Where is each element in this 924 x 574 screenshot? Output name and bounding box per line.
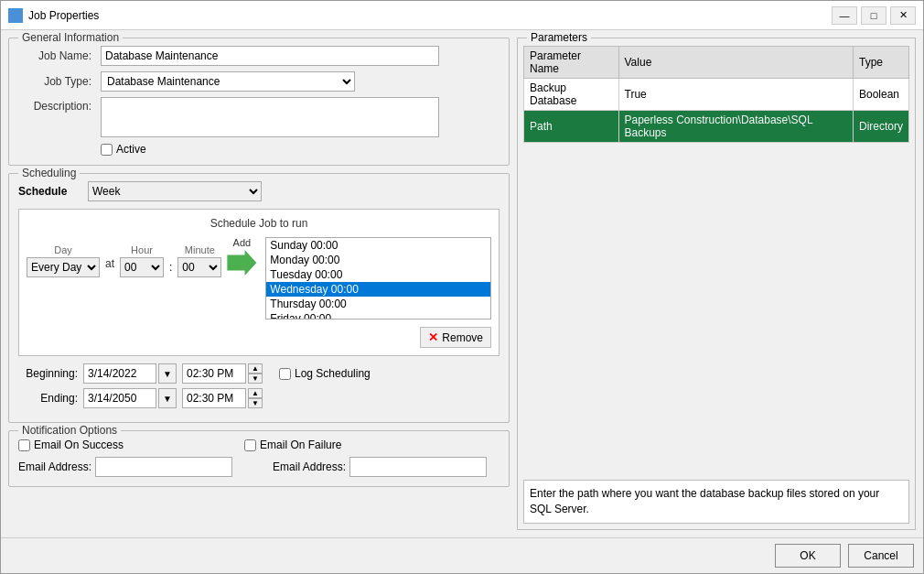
active-checkbox[interactable]: [101, 144, 113, 156]
hour-group: Hour 00010203 04050607 08091011 12131415…: [120, 244, 164, 277]
param-type-header: Type: [853, 47, 908, 79]
beginning-time-up[interactable]: ▲: [248, 363, 263, 374]
list-item[interactable]: Monday 00:00: [266, 253, 490, 267]
minute-select[interactable]: 00153045: [177, 257, 221, 277]
table-row[interactable]: Backup Database True Boolean: [524, 79, 909, 111]
param-type-cell: Boolean: [853, 79, 908, 111]
ending-date-group: ▼: [83, 388, 177, 408]
remove-button[interactable]: ✕ Remove: [420, 327, 491, 348]
schedule-label: Schedule: [18, 185, 82, 198]
email-success-address-section: Email Address:: [18, 457, 232, 477]
cancel-button[interactable]: Cancel: [848, 544, 914, 568]
close-button[interactable]: ✕: [890, 6, 916, 25]
job-type-label: Job Type:: [18, 75, 91, 88]
schedule-select[interactable]: Week Once Daily Monthly: [88, 181, 262, 201]
window-footer: OK Cancel: [1, 537, 923, 573]
scheduling-title: Scheduling: [18, 167, 80, 179]
active-row: Active: [18, 143, 500, 156]
job-name-label: Job Name:: [18, 49, 91, 62]
active-label: Active: [116, 143, 146, 156]
parameters-group: Parameters Parameter Name Value Type Bac…: [517, 38, 916, 530]
list-item[interactable]: Sunday 00:00: [266, 238, 490, 253]
window-controls: — □ ✕: [832, 6, 916, 25]
beginning-label: Beginning:: [18, 367, 78, 380]
beginning-date-group: ▼: [83, 363, 177, 384]
hour-label: Hour: [131, 244, 153, 255]
log-scheduling-checkbox[interactable]: [279, 368, 291, 380]
job-type-select[interactable]: Database Maintenance: [101, 71, 355, 92]
param-value-header: Value: [618, 47, 853, 79]
email-success-label: Email On Success: [34, 439, 124, 451]
beginning-date-input[interactable]: [83, 363, 156, 384]
param-type-cell: Directory: [853, 111, 908, 143]
ending-row: Ending: ▼ ▲ ▼: [18, 388, 500, 408]
add-arrow-button[interactable]: [227, 250, 256, 276]
job-name-input[interactable]: [101, 46, 439, 66]
description-label: Description:: [18, 97, 91, 113]
hour-select[interactable]: 00010203 04050607 08091011 12131415 1617…: [120, 257, 164, 277]
day-group: Day Every Day Sunday Monday Tuesday Wedn…: [27, 244, 100, 277]
list-item[interactable]: Thursday 00:00: [266, 297, 490, 311]
email-failure-address-label: Email Address:: [273, 460, 346, 473]
param-name-cell: Path: [524, 111, 619, 143]
notification-group: Notification Options Email On Success Em…: [8, 430, 510, 487]
schedule-job-title: Schedule Job to run: [27, 217, 491, 230]
beginning-calendar-button[interactable]: ▼: [158, 363, 177, 384]
day-select[interactable]: Every Day Sunday Monday Tuesday Wednesda…: [27, 257, 100, 277]
ending-time-spin: ▲ ▼: [248, 388, 263, 408]
description-textarea[interactable]: [101, 97, 439, 137]
table-row[interactable]: Path Paperless Construction\Database\SQL…: [524, 111, 909, 143]
job-name-row: Job Name:: [18, 46, 500, 66]
left-panel: General Information Job Name: Job Type: …: [8, 38, 510, 530]
ending-time-group: ▲ ▼: [182, 388, 263, 408]
param-value-cell: True: [618, 79, 853, 111]
ending-time-down[interactable]: ▼: [248, 398, 263, 408]
beginning-time-spin: ▲ ▼: [248, 363, 263, 384]
email-success-checkbox[interactable]: [18, 439, 30, 451]
ending-date-input[interactable]: [83, 388, 156, 408]
schedule-type-row: Schedule Week Once Daily Monthly: [18, 181, 500, 201]
ok-button[interactable]: OK: [775, 544, 841, 568]
beginning-time-input[interactable]: [182, 363, 246, 384]
notification-checkboxes-row: Email On Success Email On Failure: [18, 439, 500, 451]
param-name-header: Parameter Name: [524, 47, 619, 79]
ending-calendar-button[interactable]: ▼: [158, 388, 177, 408]
ending-time-up[interactable]: ▲: [248, 388, 263, 398]
log-scheduling-row: Log Scheduling: [279, 367, 371, 380]
list-item[interactable]: Tuesday 00:00: [266, 267, 490, 282]
remove-icon: ✕: [428, 330, 438, 344]
window-body: General Information Job Name: Job Type: …: [1, 30, 923, 537]
parameters-hint: Enter the path where you want the databa…: [523, 480, 909, 524]
job-type-row: Job Type: Database Maintenance: [18, 71, 500, 92]
email-success-section: Email On Success: [18, 439, 124, 451]
list-item[interactable]: Friday 00:00: [266, 311, 490, 319]
email-success-address-label: Email Address:: [18, 460, 91, 473]
right-panel: Parameters Parameter Name Value Type Bac…: [517, 38, 916, 530]
param-name-cell: Backup Database: [524, 79, 619, 111]
general-info-title: General Information: [18, 31, 123, 44]
minute-group: Minute 00153045: [177, 244, 221, 277]
maximize-button[interactable]: □: [861, 6, 886, 25]
parameters-title: Parameters: [527, 31, 591, 44]
schedule-list[interactable]: Sunday 00:00 Monday 00:00 Tuesday 00:00 …: [265, 237, 491, 319]
window-icon: [8, 8, 23, 23]
email-failure-checkbox[interactable]: [244, 439, 256, 451]
email-failure-section: Email On Failure: [244, 439, 341, 451]
minimize-button[interactable]: —: [832, 6, 857, 25]
schedule-inner-box: Schedule Job to run Day Every Day Sunday…: [18, 209, 500, 356]
ending-time-input[interactable]: [182, 388, 246, 408]
email-success-address-input[interactable]: [95, 457, 232, 477]
list-item[interactable]: Wednesday 00:00: [266, 282, 490, 297]
add-label: Add: [233, 237, 252, 248]
email-failure-address-input[interactable]: [349, 457, 487, 477]
email-address-row: Email Address: Email Address:: [18, 457, 500, 477]
notification-title: Notification Options: [18, 424, 121, 437]
beginning-time-down[interactable]: ▼: [248, 374, 263, 384]
email-failure-label: Email On Failure: [260, 439, 341, 451]
add-button-group: Add: [227, 237, 256, 277]
email-failure-address-section: Email Address:: [273, 457, 487, 477]
window-title: Job Properties: [28, 9, 832, 22]
job-properties-window: Job Properties — □ ✕ General Information…: [0, 0, 924, 574]
param-value-cell: Paperless Construction\Database\SQL Back…: [618, 111, 853, 143]
at-label: at: [105, 257, 114, 274]
